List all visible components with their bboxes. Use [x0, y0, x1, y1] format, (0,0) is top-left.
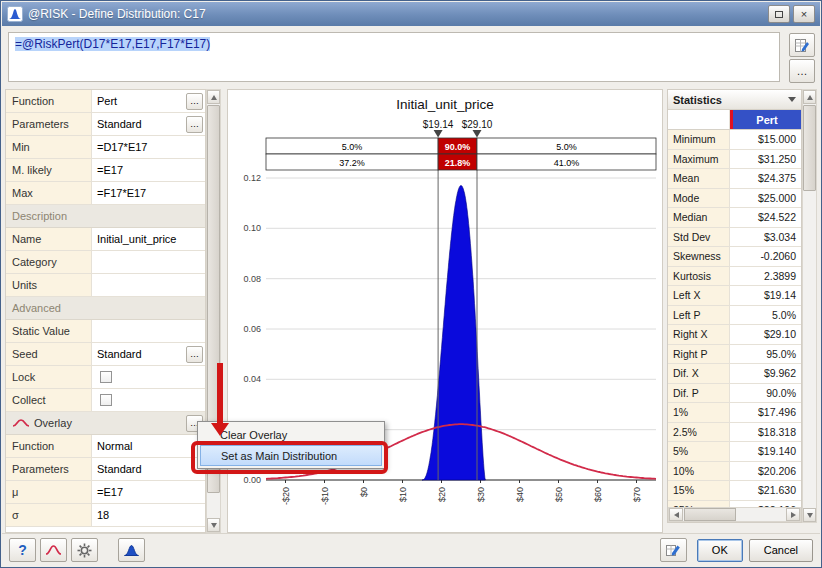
statistics-vscrollbar[interactable]: [802, 89, 817, 523]
stat-value: $21.630: [730, 481, 801, 500]
property-row--: σ18: [6, 504, 205, 527]
property-value[interactable]: =E17: [92, 481, 205, 503]
property-label: Seed: [6, 343, 92, 365]
property-label: Name: [6, 228, 92, 250]
add-overlay-button[interactable]: [40, 538, 67, 562]
property-value[interactable]: Initial_unit_price: [92, 228, 205, 250]
property-row-parameters: ParametersStandard: [6, 458, 205, 481]
property-grid: FunctionPert…ParametersStandard…Min=D17*…: [5, 89, 206, 533]
stat-label: Mean: [668, 169, 730, 188]
probability-band-value: 37.2%: [339, 158, 365, 168]
cell-reference-button[interactable]: [660, 538, 687, 562]
menu-item-set-as-main-distribution[interactable]: Set as Main Distribution: [200, 445, 382, 466]
svg-text:$70: $70: [632, 487, 642, 502]
ellipsis-icon: …: [797, 65, 808, 77]
property-row-function: FunctionPert…: [6, 90, 205, 113]
property-value[interactable]: [92, 274, 205, 296]
property-value[interactable]: [92, 366, 205, 388]
stat-row: 2.5%$18.318: [668, 423, 801, 443]
insert-to-worksheet-button[interactable]: [789, 33, 815, 57]
stat-value: $19.14: [730, 286, 801, 305]
section-label: Advanced: [12, 302, 61, 314]
property-value[interactable]: 18: [92, 504, 205, 526]
delimiter-handle[interactable]: [473, 130, 482, 138]
statistics-header[interactable]: Statistics: [668, 90, 801, 110]
scroll-down-button[interactable]: [207, 518, 220, 532]
scroll-thumb[interactable]: [803, 105, 816, 191]
property-value[interactable]: Normal: [92, 435, 205, 457]
property-label: μ: [6, 481, 92, 503]
stat-label: Right X: [668, 325, 730, 344]
property-label: Function: [6, 90, 92, 112]
probability-band-value: 5.0%: [556, 142, 577, 152]
property-value[interactable]: Standard: [92, 113, 186, 135]
property-value[interactable]: =D17*E17: [92, 136, 205, 158]
arrow-up-icon: [211, 95, 217, 100]
left-delimiter-value: $19.14: [423, 119, 454, 130]
property-row-lock: Lock: [6, 366, 205, 389]
collect-checkbox[interactable]: [100, 394, 112, 406]
stat-value: 2.3899: [730, 267, 801, 286]
delimiter-handle[interactable]: [434, 130, 443, 138]
property-row-static-value: Static Value: [6, 320, 205, 343]
ok-button[interactable]: OK: [697, 539, 743, 562]
property-label: M. likely: [6, 159, 92, 181]
function-more-button[interactable]: …: [186, 93, 203, 110]
statistics-header-label: Statistics: [673, 94, 722, 106]
property-value[interactable]: =E17: [92, 159, 205, 181]
scroll-down-button[interactable]: [803, 508, 816, 522]
property-value[interactable]: =F17*E17: [92, 182, 205, 204]
stat-label: Kurtosis: [668, 267, 730, 286]
property-value[interactable]: Standard: [92, 458, 205, 480]
stat-value: 95.0%: [730, 345, 801, 364]
define-distribution-dialog: @RISK - Define Distribution: C17 × =@Ris…: [0, 0, 822, 568]
window-title: @RISK - Define Distribution: C17: [28, 7, 765, 21]
arrow-down-icon: [211, 523, 217, 528]
stat-value: $17.496: [730, 403, 801, 422]
property-row-function: FunctionNormal: [6, 435, 205, 458]
stat-row: 5%$19.140: [668, 442, 801, 462]
property-value[interactable]: [92, 251, 205, 273]
help-button[interactable]: ?: [9, 538, 36, 562]
scroll-thumb[interactable]: [684, 508, 736, 521]
property-label: Lock: [6, 366, 92, 388]
distribution-palette-button[interactable]: [118, 538, 145, 562]
property-row-units: Units: [6, 274, 205, 297]
stat-value: $9.962: [730, 364, 801, 383]
property-row-name: NameInitial_unit_price: [6, 228, 205, 251]
overlay-curve-icon: [12, 418, 30, 428]
scroll-left-button[interactable]: [669, 508, 683, 521]
property-label: Function: [6, 435, 92, 457]
property-value[interactable]: Standard: [92, 343, 186, 365]
maximize-button[interactable]: [768, 5, 790, 23]
stat-value: -0.2060: [730, 247, 801, 266]
svg-text:$20: $20: [437, 487, 447, 502]
property-value[interactable]: [92, 389, 205, 411]
chart-options-button[interactable]: [71, 538, 98, 562]
lock-checkbox[interactable]: [100, 371, 112, 383]
property-row--: μ=E17: [6, 481, 205, 504]
menu-item-clear-overlay[interactable]: Clear Overlay: [200, 424, 382, 445]
chart-title: Initial_unit_price: [228, 90, 662, 116]
scroll-up-button[interactable]: [803, 90, 816, 104]
formula-text: =@RiskPert(D17*E17,E17,F17*E17): [15, 37, 210, 51]
title-bar[interactable]: @RISK - Define Distribution: C17 ×: [2, 2, 820, 26]
formula-input[interactable]: =@RiskPert(D17*E17,E17,F17*E17): [8, 32, 780, 82]
right-delimiter-value: $29.10: [462, 119, 493, 130]
property-section-description: Description: [6, 205, 205, 228]
gear-icon: [77, 543, 92, 558]
parameters-more-button[interactable]: …: [186, 116, 203, 133]
property-value[interactable]: [92, 320, 205, 342]
cancel-button[interactable]: Cancel: [749, 539, 813, 562]
scroll-right-button[interactable]: [786, 508, 800, 521]
property-row-m-likely: M. likely=E17: [6, 159, 205, 182]
edit-reference-icon: [665, 542, 681, 558]
property-value[interactable]: Pert: [92, 90, 186, 112]
statistics-hscrollbar[interactable]: [668, 507, 801, 522]
formula-more-button[interactable]: …: [789, 59, 815, 83]
stat-row: Minimum$15.000: [668, 130, 801, 150]
seed-more-button[interactable]: …: [186, 346, 203, 363]
scroll-up-button[interactable]: [207, 90, 220, 104]
close-button[interactable]: ×: [793, 5, 815, 23]
section-label: Description: [12, 210, 67, 222]
